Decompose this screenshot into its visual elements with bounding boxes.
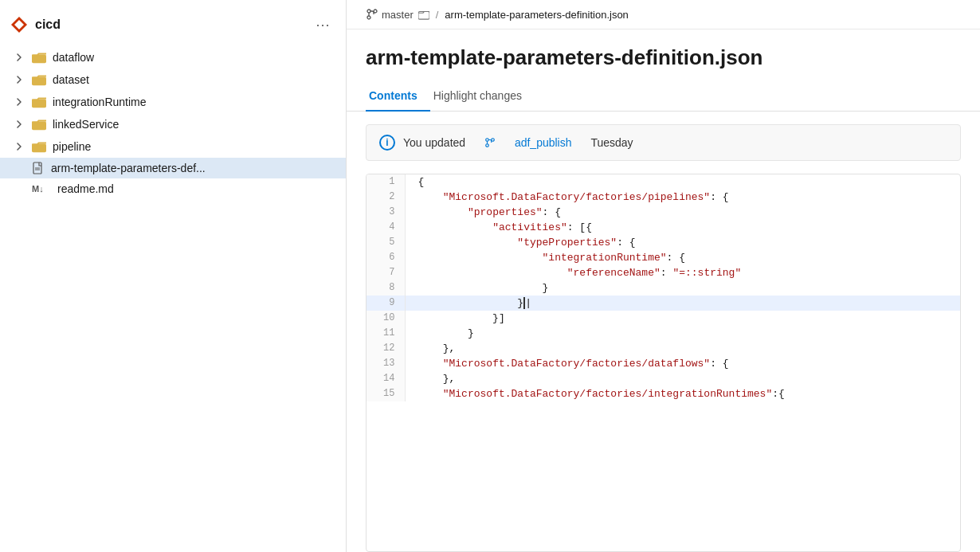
line-number: 9 [367,296,405,311]
main-content: master / arm-template-parameters-definit… [347,0,980,552]
breadcrumb: master / arm-template-parameters-definit… [347,0,980,29]
folder-icon [32,117,46,131]
code-line: 14 }, [367,371,960,386]
code-line: 9 }| [367,296,960,311]
line-content: "activities": [{ [405,220,960,235]
code-area[interactable]: 1 { 2 "Microsoft.DataFactory/factories/p… [366,174,961,552]
sidebar-item-dataflow[interactable]: dataflow [0,46,346,69]
line-number: 1 [367,174,405,190]
sidebar-tree: dataflow dataset integrationRuntime [0,43,346,202]
chevron-right-icon [13,96,25,108]
line-number: 11 [367,326,405,341]
repo-name: cicd [35,18,61,32]
sidebar-header: cicd ⋯ [0,6,346,43]
line-number: 6 [367,250,405,265]
line-number: 14 [367,371,405,386]
line-number: 10 [367,311,405,326]
sidebar-item-linkedservice[interactable]: linkedService [0,113,346,135]
folder-icon [32,139,46,154]
line-content: { [405,174,960,190]
code-line: 5 "typeProperties": { [367,235,960,250]
code-line: 11 } [367,326,960,341]
line-content: "integrationRuntime": { [405,250,960,265]
line-content: }] [405,311,960,326]
folder-icon [32,72,46,87]
sidebar-header-left: cicd [10,15,61,34]
code-line: 3 "properties": { [367,205,960,220]
tab-contents[interactable]: Contents [366,83,430,112]
sidebar-item-label: arm-template-parameters-def... [51,162,206,174]
sidebar-item-label: readme.md [57,182,114,195]
update-banner: i You updated adf_publish Tuesday [366,124,961,161]
folder-icon [32,50,46,65]
breadcrumb-separator: / [436,9,439,21]
branch-link[interactable]: adf_publish [515,136,572,149]
svg-point-15 [486,144,489,147]
code-line: 1 { [367,174,960,190]
sidebar-item-integrationruntime[interactable]: integrationRuntime [0,91,346,113]
code-line: 7 "referenceName": "=::string" [367,265,960,280]
folder-breadcrumb-icon [418,9,429,20]
chevron-right-icon [13,118,25,131]
sidebar: cicd ⋯ dataflow dataset [0,0,347,552]
sidebar-item-readme[interactable]: M↓ readme.md [0,178,346,199]
banner-text-before: You updated [403,136,465,149]
code-lines: 1 { 2 "Microsoft.DataFactory/factories/p… [367,174,960,401]
svg-point-11 [367,16,370,19]
breadcrumb-filename: arm-template-parameters-definition.json [445,9,628,21]
banner-text-after: Tuesday [590,136,633,149]
sidebar-item-dataset[interactable]: dataset [0,69,346,91]
code-line: 8 } [367,280,960,296]
line-content: "referenceName": "=::string" [405,265,960,280]
breadcrumb-branch-name: master [382,9,414,21]
line-number: 13 [367,356,405,371]
code-line: 6 "integrationRuntime": { [367,250,960,265]
line-content: }, [405,341,960,356]
code-line: 2 "Microsoft.DataFactory/factories/pipel… [367,190,960,205]
code-line: 13 "Microsoft.DataFactory/factories/data… [367,356,960,371]
branch-icon [366,8,378,21]
line-number: 2 [367,190,405,205]
chevron-right-icon [13,73,25,86]
chevron-right-icon [13,51,25,64]
code-line: 15 "Microsoft.DataFactory/factories/inte… [367,386,960,401]
line-content: }| [405,296,960,311]
file-header: arm-template-parameters-definition.json [347,29,980,83]
line-number: 15 [367,386,405,401]
line-content: "Microsoft.DataFactory/factories/integra… [405,386,960,401]
branch-inline-icon [484,137,496,148]
line-number: 3 [367,205,405,220]
line-content: "Microsoft.DataFactory/factories/pipelin… [405,190,960,205]
sidebar-item-label: dataflow [53,51,94,64]
chevron-right-icon [13,140,25,153]
folder-icon [32,95,46,109]
line-number: 8 [367,280,405,296]
line-content: "Microsoft.DataFactory/factories/dataflo… [405,356,960,371]
sidebar-item-label: pipeline [53,140,91,153]
banner-branch-name: adf_publish [515,136,572,149]
sidebar-item-label: integrationRuntime [53,96,147,108]
sidebar-item-pipeline[interactable]: pipeline [0,135,346,158]
more-icon[interactable]: ⋯ [312,13,333,37]
repo-icon [10,15,29,34]
code-line: 4 "activities": [{ [367,220,960,235]
line-content: "properties": { [405,205,960,220]
info-icon: i [379,135,395,151]
line-number: 12 [367,341,405,356]
tab-highlight-changes[interactable]: Highlight changes [430,83,535,112]
line-content: } [405,280,960,296]
line-number: 7 [367,265,405,280]
svg-point-14 [486,139,489,142]
tabs: Contents Highlight changes [347,83,980,112]
line-content: }, [405,371,960,386]
line-content: "typeProperties": { [405,235,960,250]
line-number: 5 [367,235,405,250]
sidebar-item-label: linkedService [53,118,119,131]
sidebar-item-arm-file[interactable]: arm-template-parameters-def... [0,158,346,178]
file-title: arm-template-parameters-definition.json [366,45,961,70]
line-number: 4 [367,220,405,235]
file-icon [32,162,45,174]
md-icon: M↓ [32,184,46,194]
code-line: 12 }, [367,341,960,356]
svg-point-10 [367,10,370,13]
